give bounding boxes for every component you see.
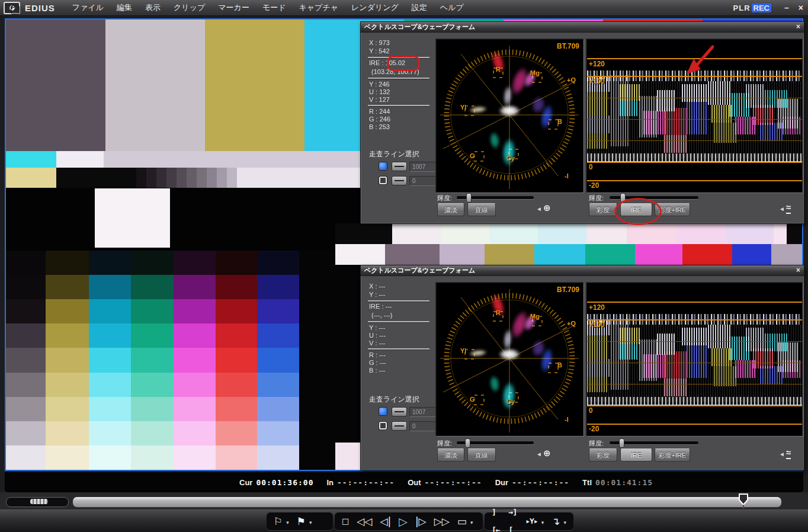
ire-button[interactable]: IRE <box>620 448 652 462</box>
scan-line-2-field[interactable]: 0 <box>409 176 437 186</box>
scan-line-2-checkbox[interactable] <box>379 176 387 185</box>
minimize-button[interactable]: – <box>784 3 789 12</box>
scan-line-1-checkbox[interactable] <box>379 407 387 416</box>
player-caret-icon[interactable]: ▾ <box>470 515 473 530</box>
grid-patch <box>216 251 257 275</box>
next-frame-icon[interactable]: |▷ <box>415 512 427 530</box>
vector-brightness-slider[interactable] <box>457 441 534 444</box>
waveform-trace <box>587 116 611 133</box>
shade-button[interactable]: 濃淡 <box>437 448 464 462</box>
menu-item-6[interactable]: キャプチャ <box>293 3 345 12</box>
scan-line-1-field[interactable]: 1007 <box>409 162 437 172</box>
vectorscope-target-label: G <box>470 396 475 403</box>
panel-title-bar[interactable]: ベクトルスコープ&ウェーブフォーム × <box>361 22 804 33</box>
close-button[interactable]: × <box>799 3 803 12</box>
waveform-trace <box>587 359 611 377</box>
scan-line-2-spinner[interactable] <box>392 421 407 431</box>
right-row-patch <box>335 223 392 244</box>
menu-bar: G ✓ EDIUS ファイル編集表示クリップマーカーモードキャプチャレンダリング… <box>0 0 808 16</box>
menu-item-2[interactable]: 表示 <box>139 3 167 12</box>
rec-button[interactable]: REC <box>752 4 771 12</box>
right-row-patch <box>335 244 385 265</box>
player-window-icon[interactable]: ▭ <box>457 512 467 530</box>
shuttle-slider[interactable] <box>6 497 69 507</box>
scan-line-1-checkbox[interactable] <box>379 162 387 171</box>
waveform-trace <box>587 335 607 359</box>
waveform-mode-icon[interactable]: ≈ <box>786 202 791 214</box>
set-in-caret-icon[interactable]: ▾ <box>286 515 289 530</box>
stop-icon[interactable]: □ <box>342 512 349 530</box>
panel-close-icon[interactable]: × <box>796 22 800 32</box>
vectorscope-mode-icon[interactable]: ⊕ <box>543 203 551 213</box>
waveform-gridline <box>587 384 802 384</box>
collapse-right-icon[interactable]: ◄ <box>779 451 785 457</box>
panel-close-icon[interactable]: × <box>796 265 800 275</box>
waveform-brightness-slider[interactable] <box>610 441 698 444</box>
scan-line-2-checkbox[interactable] <box>379 421 387 430</box>
grid-patch <box>216 446 257 470</box>
waveform-gridline <box>587 302 802 303</box>
scan-line-1-spinner[interactable] <box>392 162 407 171</box>
timeline-scrollbar[interactable] <box>72 496 782 508</box>
vector-brightness-slider[interactable] <box>457 196 534 199</box>
menu-item-1[interactable]: 編集 <box>110 3 139 12</box>
fast-forward-icon[interactable]: ▷▷ <box>434 512 450 530</box>
goto-out-icon[interactable]: →][ <box>509 504 518 532</box>
grid-patch <box>257 348 299 373</box>
output-icon[interactable]: ↴ <box>552 512 560 530</box>
grid-patch <box>131 299 174 324</box>
menu-item-9[interactable]: ヘルプ <box>434 3 470 12</box>
collapse-left-icon[interactable]: ◄ <box>536 206 542 212</box>
edius-logo-icon[interactable]: G ✓ <box>4 2 20 14</box>
pixel-x-value: --- <box>379 283 386 290</box>
menu-item-5[interactable]: モード <box>256 3 293 12</box>
goto-in-icon[interactable]: ][← <box>492 504 501 532</box>
scan-line-1-field[interactable]: 1007 <box>409 407 437 417</box>
menu-items: ファイル編集表示クリップマーカーモードキャプチャレンダリング設定ヘルプ <box>66 2 470 13</box>
ramp-step <box>207 168 217 188</box>
logo-check-icon: ✓ <box>11 5 20 14</box>
waveform-gridline <box>587 363 802 363</box>
waveform-mode-icon[interactable]: ≈ <box>786 447 791 459</box>
waveform-trace <box>682 328 708 345</box>
menu-item-3[interactable]: クリップ <box>167 3 211 12</box>
chroma-button[interactable]: 彩度 <box>589 203 617 216</box>
play-icon[interactable]: ▷ <box>399 512 408 530</box>
chroma-ire-button[interactable]: 彩度+IRE <box>655 448 690 462</box>
grid-patch <box>89 348 131 373</box>
plr-button[interactable]: PLR <box>733 4 751 12</box>
scan-line-2-field[interactable]: 0 <box>409 421 437 431</box>
grid-patch <box>46 275 89 300</box>
collapse-left-icon[interactable]: ◄ <box>536 451 542 457</box>
previous-frame-icon[interactable]: ◁| <box>380 512 391 530</box>
line-button[interactable]: 直線 <box>467 448 496 462</box>
ttl-timecode: 00:01:41:15 <box>595 478 653 487</box>
play-around-cursor-icon[interactable]: ▸Y▸ <box>525 512 537 530</box>
collapse-right-icon[interactable]: ◄ <box>779 206 785 212</box>
chroma-ire-button[interactable]: 彩度+IRE <box>655 203 690 216</box>
playhead-marker[interactable] <box>735 493 752 511</box>
shuttle-handle[interactable] <box>30 499 48 504</box>
ramp-step <box>227 168 237 188</box>
play-around-caret-icon[interactable]: ▾ <box>541 515 544 530</box>
right-row-patch <box>726 223 774 244</box>
menu-item-0[interactable]: ファイル <box>66 3 110 12</box>
set-out-caret-icon[interactable]: ▾ <box>309 515 312 530</box>
menu-item-7[interactable]: レンダリング <box>345 3 405 12</box>
panel-title-bar[interactable]: ベクトルスコープ&ウェーブフォーム × <box>361 265 804 276</box>
menu-item-4[interactable]: マーカー <box>211 3 256 12</box>
set-in-point-icon[interactable]: ⚐ <box>274 512 283 530</box>
chroma-button[interactable]: 彩度 <box>589 448 617 462</box>
scan-line-2-spinner[interactable] <box>392 176 407 185</box>
line-button[interactable]: 直線 <box>467 203 496 216</box>
rewind-icon[interactable]: ◁◁ <box>357 512 372 530</box>
menu-item-8[interactable]: 設定 <box>405 3 434 12</box>
vectorscope-mode-icon[interactable]: ⊕ <box>543 448 551 459</box>
scan-line-1-spinner[interactable] <box>392 407 407 416</box>
output-caret-icon[interactable]: ▾ <box>563 515 566 530</box>
waveform-brightness-slider[interactable] <box>610 196 698 199</box>
shade-button[interactable]: 濃淡 <box>437 203 464 216</box>
waveform-trace <box>753 348 774 368</box>
set-out-point-icon[interactable]: ⚑ <box>297 512 306 530</box>
ire-button[interactable]: IRE <box>620 203 652 216</box>
